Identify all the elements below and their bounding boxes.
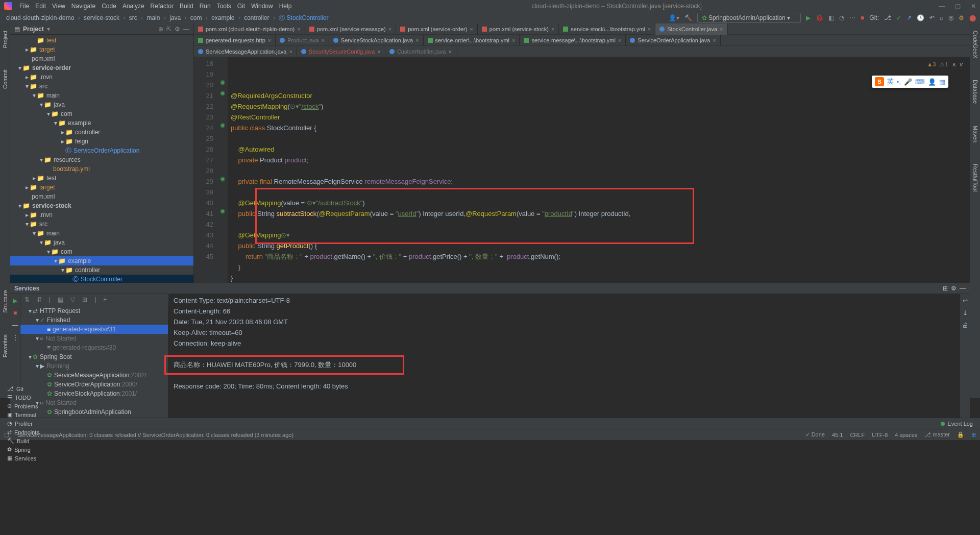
editor-tab[interactable]: pom.xml (service-stock)× <box>478 23 559 35</box>
services-tree-node[interactable]: ≡generated-requests#31 <box>20 325 168 334</box>
status-branch[interactable]: ⎇ master <box>924 431 950 438</box>
status-indent[interactable]: 4 spaces <box>895 432 917 438</box>
ime-keyboard-icon[interactable]: ⌨ <box>915 78 925 86</box>
svc-scroll-icon[interactable]: ⤓ <box>963 309 968 317</box>
editor-tab[interactable]: pom.xml (service-order)× <box>396 23 478 35</box>
tab-close-icon[interactable]: × <box>268 37 271 43</box>
hammer-icon[interactable]: 🔨 <box>684 14 692 21</box>
tree-node[interactable]: ▾📁service-order <box>10 63 193 72</box>
tree-node[interactable]: ▸📁controller <box>10 128 193 137</box>
tab-close-icon[interactable]: × <box>512 37 515 43</box>
tree-node[interactable]: ⒸStockController <box>10 275 193 283</box>
svc-more-icon[interactable]: ⋮ <box>12 334 18 341</box>
services-tree-node[interactable]: ▾○Not Started <box>20 334 168 343</box>
svc-tb-tree-icon[interactable]: ⇅ <box>24 296 30 303</box>
right-tab-maven[interactable]: Maven <box>972 123 978 145</box>
profiler-icon[interactable]: ◔ <box>839 14 844 21</box>
bottom-tab-spring[interactable]: ✿Spring <box>3 445 43 454</box>
tree-node[interactable]: ▾📁src <box>10 220 193 229</box>
svc-wrap-icon[interactable]: ↩ <box>963 297 968 304</box>
editor-tab[interactable]: service-message\...\bootstrap.yml× <box>520 35 626 46</box>
menu-run[interactable]: Run <box>197 1 214 11</box>
tree-node[interactable]: ▸📁.mvn <box>10 72 193 82</box>
tree-node[interactable]: ▾📁src <box>10 82 193 91</box>
search-icon[interactable]: ⌕ <box>940 14 943 21</box>
menu-tools[interactable]: Tools <box>214 1 234 11</box>
menu-git[interactable]: Git <box>234 1 248 11</box>
editor-tab[interactable]: ServiceOrderApplication.java× <box>626 35 720 46</box>
breadcrumb[interactable]: main <box>144 14 162 22</box>
status-win-icon[interactable]: ⊞ <box>971 431 976 438</box>
tree-node[interactable]: 📁test <box>10 36 193 45</box>
services-tree-node[interactable]: ▾⇄HTTP Request <box>20 306 168 315</box>
tree-node[interactable]: ▾📁example <box>10 118 193 128</box>
breadcrumb[interactable]: example <box>209 14 236 22</box>
menu-help[interactable]: Help <box>276 1 295 11</box>
code-inspection-status[interactable]: ▲3 ⚠1 ʌv <box>927 59 963 70</box>
bottom-tab-problems[interactable]: ⊘Problems <box>3 402 43 410</box>
tree-node[interactable]: ▾📁example <box>10 256 193 265</box>
editor-tab[interactable]: ServiceStockApplication.java× <box>329 35 424 46</box>
user-icon[interactable]: 👤▾ <box>669 14 679 21</box>
breadcrumb[interactable]: Ⓒ StockController <box>277 14 330 22</box>
tree-node[interactable]: ▸📁test <box>10 174 193 183</box>
tab-close-icon[interactable]: × <box>448 48 451 55</box>
tree-node[interactable]: pom.xml <box>10 192 193 201</box>
tab-close-icon[interactable]: × <box>297 26 300 32</box>
services-tree-node[interactable]: ✿ServiceMessageApplication :2002/ <box>20 371 168 380</box>
ime-punct-icon[interactable]: •, <box>897 78 901 86</box>
maximize-icon[interactable]: ▢ <box>955 3 961 10</box>
right-tab-codegeex[interactable]: CodeGeeX <box>972 28 978 61</box>
status-lock-icon[interactable]: 🔒 <box>957 431 964 438</box>
left-tab-commit[interactable]: Commit <box>2 66 8 92</box>
git-push-icon[interactable]: ↗ <box>906 14 912 21</box>
menu-refactor[interactable]: Refactor <box>148 1 177 11</box>
editor[interactable]: 18192021222324252627282939404142434445 ◉… <box>194 57 970 283</box>
tree-node[interactable]: ▾📁main <box>10 229 193 238</box>
editor-tab[interactable]: service-stock\...\bootstrap.yml× <box>559 23 655 35</box>
event-log-tab[interactable]: Event Log <box>937 420 977 428</box>
bottom-tab-todo[interactable]: ☰TODO <box>3 393 43 402</box>
menu-build[interactable]: Build <box>177 1 197 11</box>
menu-view[interactable]: View <box>49 1 68 11</box>
left-tab-structure[interactable]: Structure <box>2 287 8 316</box>
git-revert-icon[interactable]: ↶ <box>929 14 935 21</box>
tab-close-icon[interactable]: × <box>720 26 723 32</box>
svc-dash-icon[interactable]: — <box>12 322 18 329</box>
tree-node[interactable]: ▸📁feign <box>10 137 193 146</box>
locate-file-icon[interactable]: ⊕ <box>158 26 163 33</box>
editor-tab[interactable]: service-order\...\bootstrap.yml× <box>424 35 520 46</box>
right-tab-database[interactable]: Database <box>972 77 978 107</box>
minimize-icon[interactable]: — <box>939 3 945 10</box>
assist-icon[interactable]: ⬤ <box>969 14 976 21</box>
locate-icon[interactable]: ◎ <box>948 14 953 21</box>
ime-toolbar[interactable]: S 英 •, 🎤 ⌨ 👤 ▦ <box>872 76 948 88</box>
tab-close-icon[interactable]: × <box>618 37 621 43</box>
run-config-selector[interactable]: ✿ SpringbootAdminApplication ▾ <box>697 13 801 23</box>
menu-file[interactable]: File <box>16 1 32 11</box>
tab-close-icon[interactable]: × <box>648 26 651 32</box>
collapse-icon[interactable]: ⚙ <box>175 26 180 33</box>
status-encoding[interactable]: UTF-8 <box>872 432 888 438</box>
editor-tab[interactable]: Product.java× <box>276 35 329 46</box>
editor-tab[interactable]: CustomNotifier.java× <box>385 46 456 57</box>
expand-icon[interactable]: ⇱ <box>166 26 172 33</box>
menu-analyze[interactable]: Analyze <box>119 1 148 11</box>
git-update-icon[interactable]: ✓ <box>896 14 901 21</box>
tab-close-icon[interactable]: × <box>470 26 473 32</box>
breadcrumb[interactable]: controller <box>242 14 271 22</box>
breadcrumb[interactable]: service-stock <box>82 14 121 22</box>
tab-close-icon[interactable]: × <box>551 26 554 32</box>
code-area[interactable]: ▲3 ⚠1 ʌv @RequiredArgsConstructor@Reques… <box>228 57 970 283</box>
svc-tb-grid-icon[interactable]: ▦ <box>58 296 63 303</box>
editor-tab[interactable]: SecuritySecureConfig.java× <box>297 46 385 57</box>
bottom-tab-terminal[interactable]: ▣Terminal <box>3 410 43 419</box>
tree-node[interactable]: ▾📁controller <box>10 265 193 275</box>
ime-grid-icon[interactable]: ▦ <box>939 78 945 86</box>
ime-lang[interactable]: 英 <box>887 77 894 86</box>
editor-tab[interactable]: ServiceMessageApplication.java× <box>194 46 297 57</box>
tab-close-icon[interactable]: × <box>388 26 391 32</box>
debug-icon[interactable]: 🐞 <box>816 14 823 21</box>
tab-close-icon[interactable]: × <box>415 37 419 43</box>
git-history-icon[interactable]: 🕓 <box>917 14 924 21</box>
